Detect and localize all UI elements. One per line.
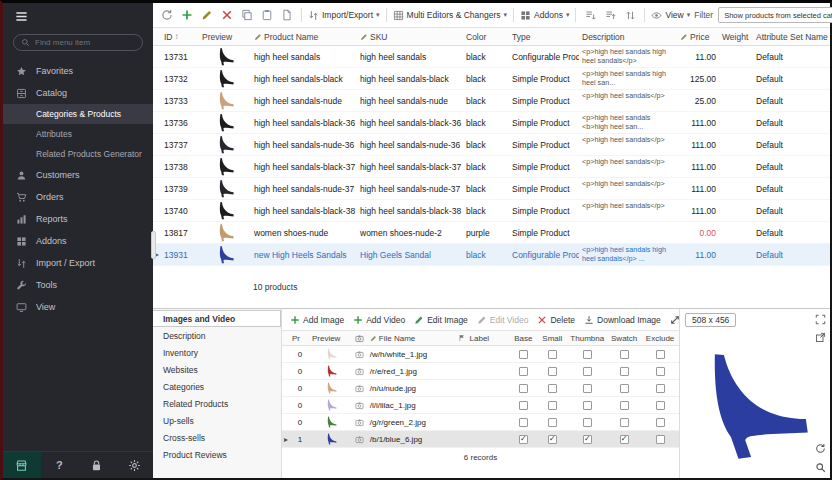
media-row[interactable]: 0/n/u/nude.jpg bbox=[282, 380, 679, 397]
splitter-handle[interactable] bbox=[151, 231, 156, 259]
open-new-icon[interactable] bbox=[815, 332, 826, 343]
checkbox[interactable] bbox=[519, 401, 528, 410]
tab-up-sells[interactable]: Up-sells bbox=[153, 412, 281, 429]
expand-list-button[interactable] bbox=[582, 7, 598, 23]
checkbox[interactable] bbox=[519, 350, 528, 359]
checkbox[interactable] bbox=[519, 384, 528, 393]
column-header-thumbna[interactable]: Thumbna bbox=[567, 331, 607, 345]
checkbox[interactable] bbox=[548, 418, 557, 427]
sidebar-item-customers[interactable]: Customers bbox=[3, 164, 153, 186]
collapse-list-button[interactable] bbox=[602, 7, 618, 23]
checkbox[interactable] bbox=[620, 367, 629, 376]
checkbox[interactable] bbox=[519, 367, 528, 376]
checkbox[interactable] bbox=[583, 350, 592, 359]
column-header-swatch[interactable]: Swatch bbox=[607, 331, 641, 345]
sidebar-item-tools[interactable]: Tools bbox=[3, 274, 153, 296]
tab-product-reviews[interactable]: Product Reviews bbox=[153, 446, 281, 463]
toolbar-dropdown-addons[interactable]: Addons▾ bbox=[520, 10, 569, 21]
product-row[interactable]: ▸13931new High Heels SandalsHigh Geels S… bbox=[153, 244, 830, 266]
checkbox[interactable] bbox=[583, 418, 592, 427]
product-row[interactable]: 13731high heel sandalshigh heel sandalsb… bbox=[153, 46, 830, 68]
rotate-icon[interactable] bbox=[815, 443, 826, 454]
download-image-button[interactable]: Download Image bbox=[584, 315, 661, 325]
column-header-sku[interactable]: SKU bbox=[357, 28, 463, 45]
media-row[interactable]: 0/r/e/red_1.jpg bbox=[282, 363, 679, 380]
checkbox[interactable] bbox=[620, 418, 629, 427]
checkbox[interactable] bbox=[620, 350, 629, 359]
column-header-color[interactable]: Color bbox=[463, 28, 509, 45]
copy-button[interactable] bbox=[239, 7, 255, 23]
product-row[interactable]: 13733high heel sandals-nudehigh heel san… bbox=[153, 90, 830, 112]
column-header-type[interactable]: Type bbox=[509, 28, 579, 45]
checkbox[interactable] bbox=[583, 435, 592, 444]
product-row[interactable]: 13738high heel sandals-black-37high heel… bbox=[153, 156, 830, 178]
add-image-button[interactable]: Add Image bbox=[290, 315, 344, 325]
delete-button[interactable]: Delete bbox=[537, 315, 575, 325]
media-row[interactable]: 0/g/r/green_2.jpg bbox=[282, 414, 679, 431]
column-header-pr[interactable]: Pr bbox=[290, 331, 310, 345]
edit-button[interactable] bbox=[199, 7, 215, 23]
product-row[interactable]: 13817women shoes-nudewomen shoes-nude-2p… bbox=[153, 222, 830, 244]
checkbox[interactable] bbox=[620, 401, 629, 410]
toolbar-dropdown-multi-editors-changers[interactable]: Multi Editors & Changers▾ bbox=[393, 10, 508, 21]
toolbar-dropdown-import-export[interactable]: Import/Export▾ bbox=[308, 10, 380, 21]
column-header-exclude[interactable]: Exclude bbox=[641, 331, 679, 345]
checkbox[interactable] bbox=[548, 384, 557, 393]
column-header-small[interactable]: Small bbox=[537, 331, 567, 345]
column-header-description[interactable]: Description bbox=[579, 28, 677, 45]
add-video-button[interactable]: Add Video bbox=[353, 315, 405, 325]
checkbox[interactable] bbox=[548, 435, 557, 444]
menu-toggle-button[interactable] bbox=[3, 3, 43, 29]
checkbox[interactable] bbox=[656, 367, 665, 376]
checkbox[interactable] bbox=[620, 435, 629, 444]
add-button[interactable] bbox=[179, 7, 195, 23]
checkbox[interactable] bbox=[548, 401, 557, 410]
checkbox[interactable] bbox=[519, 418, 528, 427]
column-header-id[interactable]: ID↕ bbox=[161, 28, 199, 45]
column-header-product-name[interactable]: Product Name bbox=[251, 28, 357, 45]
checkbox[interactable] bbox=[583, 401, 592, 410]
column-header-weight[interactable]: Weight bbox=[719, 28, 753, 45]
zoom-icon[interactable] bbox=[815, 462, 826, 473]
checkbox[interactable] bbox=[519, 435, 528, 444]
store-button[interactable] bbox=[3, 452, 41, 478]
column-header-preview[interactable]: Preview bbox=[199, 28, 251, 45]
tab-description[interactable]: Description bbox=[153, 327, 281, 344]
delete-button[interactable] bbox=[219, 7, 235, 23]
sidebar-item-catalog[interactable]: Catalog bbox=[3, 82, 153, 104]
checkbox[interactable] bbox=[548, 350, 557, 359]
tab-websites[interactable]: Websites bbox=[153, 361, 281, 378]
sidebar-item-categories-products[interactable]: Categories & Products bbox=[3, 104, 153, 124]
product-row[interactable]: 13739high heel sandals-nude-37high heel … bbox=[153, 178, 830, 200]
set-resize-rule-button[interactable]: Set Resize Rule bbox=[670, 315, 680, 325]
category-filter-select[interactable]: Show products from selected categories▾ bbox=[718, 7, 832, 23]
media-row[interactable]: ▸1/b/1/blue_6.jpg bbox=[282, 431, 679, 448]
help-button[interactable]: ? bbox=[41, 452, 79, 478]
product-row[interactable]: 13737high heel sandals-nude-36high heel … bbox=[153, 134, 830, 156]
settings-button[interactable] bbox=[116, 452, 154, 478]
search-input[interactable] bbox=[35, 38, 135, 47]
column-header-preview[interactable]: Preview bbox=[310, 331, 352, 345]
sidebar-item-favorites[interactable]: Favorites bbox=[3, 60, 153, 82]
product-row[interactable]: 13740high heel sandals-black-38high heel… bbox=[153, 200, 830, 222]
sidebar-search[interactable] bbox=[13, 34, 143, 51]
lock-button[interactable] bbox=[78, 452, 116, 478]
column-header-base[interactable]: Base bbox=[509, 331, 537, 345]
edit-image-button[interactable]: Edit Image bbox=[414, 315, 468, 325]
checkbox[interactable] bbox=[583, 384, 592, 393]
checkbox[interactable] bbox=[656, 435, 665, 444]
paste-button[interactable] bbox=[259, 7, 275, 23]
sidebar-item-import-export[interactable]: Import / Export bbox=[3, 252, 153, 274]
document-button[interactable] bbox=[279, 7, 295, 23]
checkbox[interactable] bbox=[656, 401, 665, 410]
tab-images-and-video[interactable]: Images and Video bbox=[153, 310, 281, 327]
checkbox[interactable] bbox=[656, 350, 665, 359]
checkbox[interactable] bbox=[620, 384, 629, 393]
product-row[interactable]: 13732high heel sandals-blackhigh heel sa… bbox=[153, 68, 830, 90]
sidebar-item-orders[interactable]: Orders bbox=[3, 186, 153, 208]
sidebar-item-view[interactable]: View bbox=[3, 296, 153, 318]
sidebar-item-related-products-generator[interactable]: Related Products Generator bbox=[3, 144, 153, 164]
edit-video-button[interactable]: Edit Video bbox=[477, 315, 529, 325]
column-header-label[interactable]: Label bbox=[468, 331, 510, 345]
checkbox[interactable] bbox=[656, 384, 665, 393]
